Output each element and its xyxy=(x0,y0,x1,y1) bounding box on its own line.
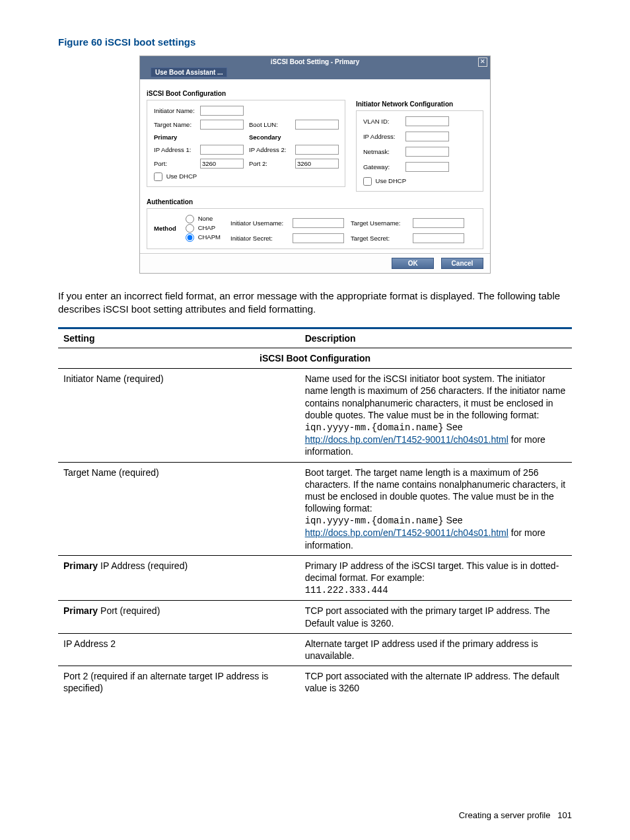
section-net-config: Initiator Network Configuration xyxy=(356,100,483,108)
boot-config-fieldset: Initiator Name: Target Name: Boot LUN: P… xyxy=(147,100,345,187)
col-setting: Setting xyxy=(58,328,300,348)
footer-text: Creating a server profile xyxy=(459,810,551,820)
port2-input[interactable] xyxy=(295,159,339,169)
use-dhcp-net-checkbox[interactable] xyxy=(363,177,372,186)
target-name-input[interactable] xyxy=(200,120,244,130)
radio-chapm[interactable]: CHAPM xyxy=(186,233,225,242)
setting-cell: Primary IP Address (required) xyxy=(58,555,300,601)
figure-caption: Figure 60 iSCSI boot settings xyxy=(58,36,572,48)
settings-table: Setting Description iSCSI Boot Configura… xyxy=(58,327,572,699)
table-row: Initiator Name (required)Name used for t… xyxy=(58,369,572,462)
cancel-button[interactable]: Cancel xyxy=(441,258,483,269)
section-auth: Authentication xyxy=(147,198,483,206)
iscsi-dialog: iSCSI Boot Setting - Primary ✕ Use Boot … xyxy=(139,56,491,274)
initiator-name-input[interactable] xyxy=(200,106,244,116)
description-cell: TCP port associated with the primary tar… xyxy=(300,601,572,633)
init-user-label: Initiator Username: xyxy=(230,219,290,227)
dialog-title: iSCSI Boot Setting - Primary xyxy=(271,58,359,65)
table-row: IP Address 2Alternate target IP address … xyxy=(58,633,572,666)
ip1-input[interactable] xyxy=(200,145,244,155)
table-row: Primary IP Address (required)Primary IP … xyxy=(58,555,572,601)
netmask-label: Netmask: xyxy=(363,148,403,155)
auth-fieldset: Method None CHAP CHAPM Initiator Usernam… xyxy=(147,208,483,249)
use-dhcp-net[interactable]: Use DHCP xyxy=(363,177,406,184)
table-row: Target Name (required)Boot target. The t… xyxy=(58,462,572,555)
close-icon[interactable]: ✕ xyxy=(478,57,487,67)
description-cell: Primary IP address of the iSCSI target. … xyxy=(300,555,572,601)
setting-cell: Initiator Name (required) xyxy=(58,369,300,462)
ipaddr-input[interactable] xyxy=(405,132,449,141)
description-cell: TCP port associated with the alternate I… xyxy=(300,666,572,699)
port-label: Port: xyxy=(154,160,197,167)
tgt-secret-input[interactable] xyxy=(413,233,464,243)
col-description: Description xyxy=(300,328,572,348)
setting-cell: Port 2 (required if an alternate target … xyxy=(58,666,300,699)
init-secret-input[interactable] xyxy=(293,233,344,243)
net-config-fieldset: VLAN ID: IP Address: Netmask: Gateway: U… xyxy=(356,110,483,192)
ip1-label: IP Address 1: xyxy=(154,146,197,153)
dialog-titlebar: iSCSI Boot Setting - Primary ✕ xyxy=(140,56,490,67)
port-input[interactable] xyxy=(200,159,244,169)
use-dhcp-boot[interactable]: Use DHCP xyxy=(154,172,197,180)
tgt-user-input[interactable] xyxy=(413,218,464,228)
dialog-footer: OK Cancel xyxy=(140,253,490,273)
initiator-name-label: Initiator Name: xyxy=(154,107,197,114)
doc-link-2[interactable]: http://docs.hp.com/en/T1452-90011/ch04s0… xyxy=(305,527,508,538)
tgt-secret-label: Target Secret: xyxy=(351,235,410,242)
gateway-input[interactable] xyxy=(405,162,449,172)
ip2-input[interactable] xyxy=(295,145,339,155)
tgt-user-label: Target Username: xyxy=(351,219,410,227)
target-name-label: Target Name: xyxy=(154,121,197,128)
secondary-col-label: Secondary xyxy=(249,134,293,141)
use-dhcp-boot-checkbox[interactable] xyxy=(154,172,162,181)
netmask-input[interactable] xyxy=(405,147,449,157)
boot-lun-label: Boot LUN: xyxy=(249,121,293,128)
page-number: 101 xyxy=(557,810,572,820)
setting-cell: IP Address 2 xyxy=(58,633,300,666)
init-secret-label: Initiator Secret: xyxy=(230,235,290,242)
boot-lun-input[interactable] xyxy=(295,120,339,130)
intro-paragraph: If you enter an incorrect field format, … xyxy=(58,289,572,315)
vlan-label: VLAN ID: xyxy=(363,118,403,125)
primary-col-label: Primary xyxy=(154,134,197,141)
method-label: Method xyxy=(154,225,180,232)
ip2-label: IP Address 2: xyxy=(249,146,293,153)
gateway-label: Gateway: xyxy=(363,163,403,171)
port2-label: Port 2: xyxy=(249,160,293,167)
vlan-input[interactable] xyxy=(405,116,449,126)
init-user-input[interactable] xyxy=(293,218,344,228)
radio-none[interactable]: None xyxy=(186,214,225,223)
ipaddr-label: IP Address: xyxy=(363,133,403,140)
setting-cell: Primary Port (required) xyxy=(58,601,300,633)
radio-chap[interactable]: CHAP xyxy=(186,223,225,233)
ok-button[interactable]: OK xyxy=(392,258,434,269)
table-section-head: iSCSI Boot Configuration xyxy=(58,348,572,369)
doc-link-1[interactable]: http://docs.hp.com/en/T1452-90011/ch04s0… xyxy=(305,434,508,445)
dialog-toolbar: Use Boot Assistant ... xyxy=(140,67,490,79)
description-cell: Alternate target IP address used if the … xyxy=(300,633,572,666)
table-row: Port 2 (required if an alternate target … xyxy=(58,666,572,699)
page-footer: Creating a server profile 101 xyxy=(459,810,572,820)
setting-cell: Target Name (required) xyxy=(58,462,300,555)
use-boot-assistant-button[interactable]: Use Boot Assistant ... xyxy=(151,67,227,77)
section-boot-config: iSCSI Boot Configuration xyxy=(147,90,345,97)
table-row: Primary Port (required)TCP port associat… xyxy=(58,601,572,633)
description-cell: Boot target. The target name length is a… xyxy=(300,462,572,555)
description-cell: Name used for the iSCSI initiator boot s… xyxy=(300,369,572,462)
